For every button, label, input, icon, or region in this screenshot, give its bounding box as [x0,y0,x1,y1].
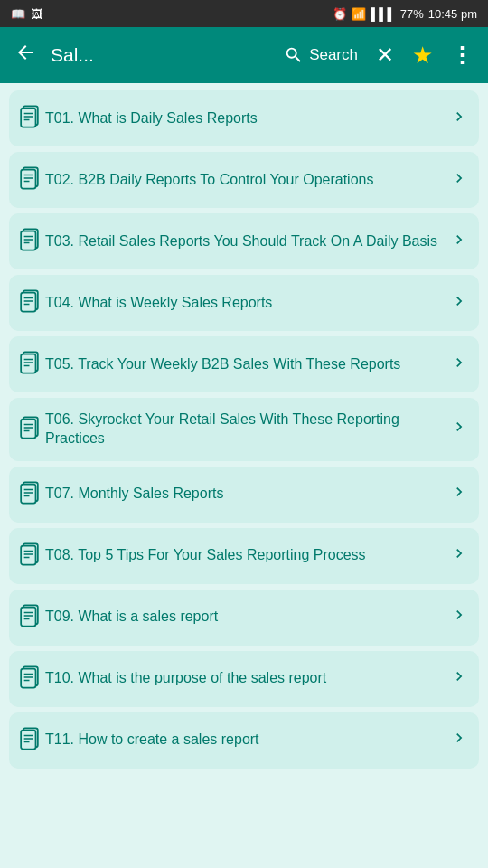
list-item-label: T05. Track Your Weekly B2B Sales With Th… [45,355,443,374]
status-bar-left: 📖 🖼 [11,7,42,21]
list-item-label: T02. B2B Daily Reports To Control Your O… [45,171,443,190]
list-item[interactable]: T01. What is Daily Sales Reports [9,90,479,146]
document-icon [20,480,45,509]
list-item[interactable]: T04. What is Weekly Sales Reports [9,275,479,331]
alarm-icon: ⏰ [333,7,347,21]
nav-bar: Sal... Search ✕ ★ ⋮ [0,27,488,83]
svg-rect-20 [21,231,35,250]
list-item[interactable]: T10. What is the purpose of the sales re… [9,651,479,707]
svg-rect-84 [21,730,35,749]
page-title: Sal... [47,44,273,66]
list-item[interactable]: T03. Retail Sales Reports You Should Tra… [9,213,479,269]
svg-rect-68 [21,607,35,626]
chevron-right-icon [450,544,468,567]
status-bar: 📖 🖼 ⏰ 📶 ▌▌▌ 77% 10:45 pm [0,0,488,27]
list-item-label: T03. Retail Sales Reports You Should Tra… [45,232,443,251]
document-icon [20,350,45,379]
svg-rect-36 [21,354,35,373]
chevron-right-icon [450,729,468,751]
chevron-right-icon [450,354,468,376]
svg-rect-12 [21,170,35,189]
chevron-right-icon [450,483,468,505]
svg-rect-44 [21,419,35,438]
image-icon: 🖼 [31,7,42,21]
list-item-label: T08. Top 5 Tips For Your Sales Reporting… [45,546,443,565]
list-item[interactable]: T07. Monthly Sales Reports [9,467,479,523]
list-item-label: T01. What is Daily Sales Reports [45,109,443,128]
document-icon [20,415,45,444]
list-item-label: T06. Skyrocket Your Retail Sales With Th… [45,410,443,448]
document-icon [20,288,45,317]
more-button[interactable]: ⋮ [444,35,481,75]
list-item-label: T09. What is a sales report [45,608,443,627]
document-icon [20,165,45,194]
document-icon [20,104,45,133]
svg-rect-60 [21,545,35,564]
list-item[interactable]: T05. Track Your Weekly B2B Sales With Th… [9,336,479,392]
list-item[interactable]: T09. What is a sales report [9,590,479,646]
time-text: 10:45 pm [428,7,477,21]
svg-rect-52 [21,484,35,503]
document-icon [20,665,45,693]
document-icon [20,542,45,571]
svg-rect-4 [21,108,35,127]
search-label: Search [309,46,358,64]
sim-icon: 📶 [352,7,366,21]
chevron-right-icon [450,169,468,192]
list-item[interactable]: T06. Skyrocket Your Retail Sales With Th… [9,398,479,461]
document-icon [20,603,45,632]
list-item-label: T11. How to create a sales report [45,731,443,750]
document-icon [20,726,45,755]
chevron-right-icon [450,292,468,315]
search-icon [284,45,304,65]
svg-rect-76 [21,668,35,687]
list-item-label: T07. Monthly Sales Reports [45,485,443,504]
signal-icon: ▌▌▌ [371,7,396,21]
book-icon: 📖 [11,7,25,21]
search-button[interactable]: Search [277,40,365,71]
document-icon [20,227,45,256]
list-item[interactable]: T11. How to create a sales report [9,712,479,769]
back-button[interactable] [7,34,43,77]
list-item-label: T04. What is Weekly Sales Reports [45,294,443,313]
chevron-right-icon [450,667,468,690]
list-item[interactable]: T08. Top 5 Tips For Your Sales Reporting… [9,528,479,584]
chevron-right-icon [450,108,468,130]
close-button[interactable]: ✕ [369,35,401,75]
topics-list: T01. What is Daily Sales Reports T02. B2… [0,83,488,776]
list-item-label: T10. What is the purpose of the sales re… [45,669,443,688]
status-bar-right: ⏰ 📶 ▌▌▌ 77% 10:45 pm [333,7,477,21]
chevron-right-icon [450,418,468,440]
battery-text: 77% [400,7,424,21]
chevron-right-icon [450,606,468,628]
svg-rect-28 [21,293,35,312]
list-item[interactable]: T02. B2B Daily Reports To Control Your O… [9,152,479,208]
star-button[interactable]: ★ [405,34,440,77]
chevron-right-icon [450,231,468,253]
